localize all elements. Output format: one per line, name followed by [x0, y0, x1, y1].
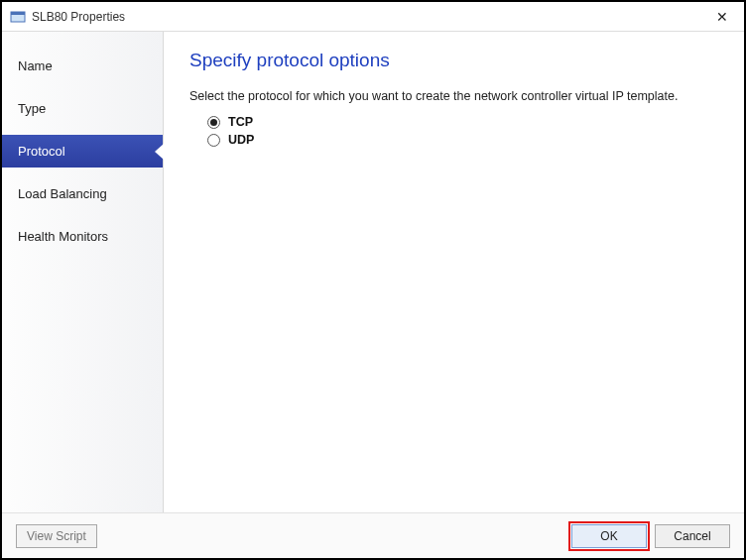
app-icon — [10, 9, 26, 25]
view-script-button[interactable]: View Script — [16, 524, 97, 548]
sidebar-item-name[interactable]: Name — [2, 50, 163, 82]
sidebar: Name Type Protocol Load Balancing Health… — [2, 32, 164, 512]
sidebar-item-type[interactable]: Type — [2, 92, 163, 125]
svg-rect-1 — [11, 12, 25, 15]
content-panel: Specify protocol options Select the prot… — [164, 32, 744, 512]
radio-label: UDP — [228, 133, 254, 147]
radio-option-udp[interactable]: UDP — [189, 131, 718, 149]
instruction-text: Select the protocol for which you want t… — [189, 89, 718, 103]
sidebar-item-label: Load Balancing — [18, 186, 107, 201]
close-icon[interactable]: ✕ — [708, 9, 736, 25]
titlebar: SLB80 Properties ✕ — [2, 2, 744, 32]
sidebar-item-label: Type — [18, 101, 46, 116]
footer: View Script OK Cancel — [2, 512, 744, 558]
sidebar-item-protocol[interactable]: Protocol — [2, 135, 163, 168]
ok-button[interactable]: OK — [571, 524, 647, 548]
cancel-button[interactable]: Cancel — [655, 524, 730, 548]
radio-icon — [207, 116, 220, 129]
radio-icon — [207, 134, 220, 147]
radio-option-tcp[interactable]: TCP — [189, 113, 718, 131]
window-title: SLB80 Properties — [32, 10, 708, 24]
dialog-window: SLB80 Properties ✕ Name Type Protocol Lo… — [0, 0, 746, 560]
radio-label: TCP — [228, 115, 253, 129]
sidebar-item-load-balancing[interactable]: Load Balancing — [2, 177, 163, 210]
sidebar-item-label: Health Monitors — [18, 229, 108, 244]
dialog-body: Name Type Protocol Load Balancing Health… — [2, 32, 744, 512]
sidebar-item-label: Name — [18, 58, 53, 73]
page-heading: Specify protocol options — [189, 50, 718, 71]
sidebar-item-label: Protocol — [18, 144, 65, 159]
sidebar-item-health-monitors[interactable]: Health Monitors — [2, 220, 163, 253]
